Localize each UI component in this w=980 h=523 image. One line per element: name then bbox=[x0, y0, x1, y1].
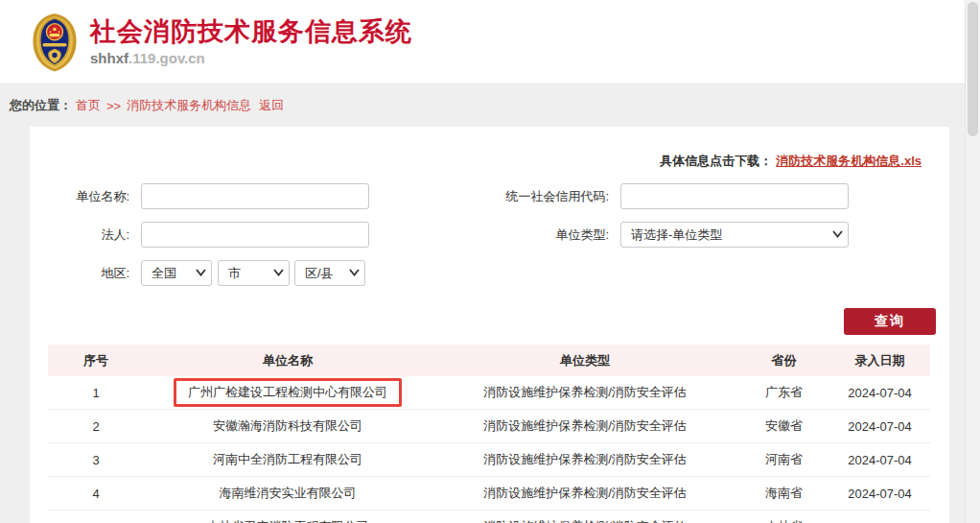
back-link[interactable]: 返回 bbox=[259, 97, 284, 114]
cell-province: 广东省 bbox=[738, 384, 829, 401]
cell-name: 安徽瀚海消防科技有限公司 bbox=[144, 417, 432, 435]
legal-person-input[interactable] bbox=[141, 222, 369, 248]
site-url: shhxf.119.gov.cn bbox=[90, 50, 412, 66]
credit-code-label: 统一社会信用代码: bbox=[442, 183, 609, 209]
region-province-select[interactable]: 全国 bbox=[141, 260, 212, 286]
table-row: 2 安徽瀚海消防科技有限公司 消防设施维护保养检测/消防安全评估 安徽省 202… bbox=[48, 410, 930, 443]
cell-type: 消防设施维护保养检测/消防安全评估 bbox=[432, 518, 738, 523]
region-city-select[interactable]: 市 bbox=[218, 260, 290, 286]
cell-date: 2024-07-04 bbox=[829, 386, 930, 400]
cell-name: 广州广检建设工程检测中心有限公司 bbox=[144, 378, 432, 407]
cell-no: 1 bbox=[48, 386, 144, 400]
breadcrumb-home-link[interactable]: 首页 bbox=[76, 97, 101, 114]
cell-type: 消防设施维护保养检测/消防安全评估 bbox=[432, 451, 738, 468]
cell-date: 2024-07-04 bbox=[829, 487, 930, 501]
cell-date: 2024-07-04 bbox=[829, 419, 930, 434]
table-row: 1 广州广检建设工程检测中心有限公司 消防设施维护保养检测/消防安全评估 广东省… bbox=[48, 376, 930, 410]
cell-province: 吉林省 bbox=[738, 518, 829, 523]
cell-province: 安徽省 bbox=[738, 417, 829, 435]
cell-no: 3 bbox=[48, 453, 144, 467]
cell-province: 海南省 bbox=[738, 485, 829, 502]
cell-province: 河南省 bbox=[738, 451, 829, 468]
scrollbar-thumb[interactable] bbox=[968, 2, 978, 136]
table-row: 5 吉林省卫安消防工程有限公司 消防设施维护保养检测/消防安全评估 吉林省 20… bbox=[48, 511, 930, 523]
unit-name-label: 单位名称: bbox=[30, 183, 129, 209]
col-header-type: 单位类型 bbox=[432, 352, 738, 369]
breadcrumb-current-link[interactable]: 消防技术服务机构信息 bbox=[127, 97, 251, 114]
cell-no: 4 bbox=[48, 487, 144, 501]
company-name: 广州广检建设工程检测中心有限公司 bbox=[188, 385, 387, 399]
breadcrumb-label: 您的位置： bbox=[10, 97, 72, 114]
download-label: 具体信息点击下载： bbox=[660, 154, 772, 168]
legal-person-label: 法人: bbox=[30, 222, 129, 248]
fire-service-emblem-icon bbox=[29, 11, 81, 74]
download-line: 具体信息点击下载：消防技术服务机构信息.xls bbox=[660, 153, 922, 170]
table-row: 3 河南中全消防工程有限公司 消防设施维护保养检测/消防安全评估 河南省 202… bbox=[48, 443, 930, 477]
breadcrumb: 您的位置： 首页 >> 消防技术服务机构信息 返回 bbox=[0, 84, 980, 127]
site-title: 社会消防技术服务信息系统 bbox=[90, 17, 412, 47]
table-row: 4 海南维消安实业有限公司 消防设施维护保养检测/消防安全评估 海南省 2024… bbox=[48, 477, 930, 511]
col-header-name: 单位名称 bbox=[144, 352, 432, 369]
cell-type: 消防设施维护保养检测/消防安全评估 bbox=[432, 417, 738, 435]
table-header-row: 序号 单位名称 单位类型 省份 录入日期 bbox=[48, 345, 930, 376]
cell-name: 吉林省卫安消防工程有限公司 bbox=[144, 518, 432, 523]
region-district-select[interactable]: 区/县 bbox=[294, 260, 365, 286]
scrollbar[interactable] bbox=[965, 0, 980, 523]
site-header: 社会消防技术服务信息系统 shhxf.119.gov.cn bbox=[0, 0, 980, 84]
credit-code-input[interactable] bbox=[620, 183, 849, 209]
cell-type: 消防设施维护保养检测/消防安全评估 bbox=[432, 384, 738, 401]
main-panel: 具体信息点击下载：消防技术服务机构信息.xls 单位名称: 统一社会信用代码: … bbox=[30, 127, 949, 523]
cell-no: 2 bbox=[48, 419, 144, 434]
region-label: 地区: bbox=[30, 260, 129, 286]
highlight-box: 广州广检建设工程检测中心有限公司 bbox=[174, 378, 402, 407]
result-table: 序号 单位名称 单位类型 省份 录入日期 1 广州广检建设工程检测中心有限公司 … bbox=[48, 345, 930, 523]
col-header-date: 录入日期 bbox=[829, 352, 930, 369]
cell-no: 5 bbox=[48, 520, 144, 523]
cell-name: 海南维消安实业有限公司 bbox=[144, 485, 432, 502]
cell-type: 消防设施维护保养检测/消防安全评估 bbox=[432, 485, 738, 502]
cell-name: 河南中全消防工程有限公司 bbox=[144, 451, 432, 468]
unit-type-select[interactable]: 请选择-单位类型 bbox=[620, 222, 849, 248]
cell-date: 2024-07-04 bbox=[829, 453, 930, 467]
col-header-province: 省份 bbox=[738, 352, 829, 369]
cell-date: 2024-07-04 bbox=[829, 520, 930, 523]
breadcrumb-separator: >> bbox=[106, 99, 121, 113]
col-header-no: 序号 bbox=[48, 352, 144, 369]
unit-name-input[interactable] bbox=[141, 183, 369, 209]
download-xls-link[interactable]: 消防技术服务机构信息.xls bbox=[776, 154, 922, 168]
query-button[interactable]: 查询 bbox=[844, 308, 936, 335]
unit-type-label: 单位类型: bbox=[442, 222, 609, 248]
